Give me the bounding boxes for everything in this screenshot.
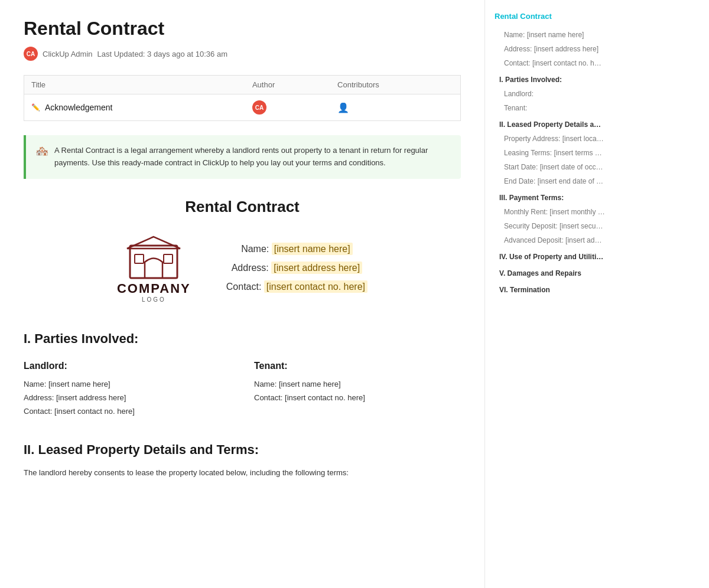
- parties-grid: Landlord: Name: [insert name here] Addre…: [24, 361, 461, 419]
- tenant-name: Name: [insert name here]: [254, 377, 461, 391]
- contact-label: Contact:: [226, 282, 262, 292]
- tenant-title: Tenant:: [254, 361, 461, 371]
- sidebar-section-parties[interactable]: I. Parties Involved:: [495, 73, 605, 87]
- edit-icon: ✏️: [31, 103, 40, 112]
- callout-emoji: 🏘️: [35, 145, 48, 158]
- table-row[interactable]: ✏️ Acknowledgement CA 👤: [24, 94, 461, 121]
- meta-bar: CA ClickUp Admin Last Updated: 3 days ag…: [24, 47, 461, 61]
- contract-header: Rental Contract: [24, 198, 461, 303]
- author-avatar: CA: [252, 100, 266, 115]
- col-title: Title: [24, 76, 245, 94]
- sidebar-item-advanced-deposit[interactable]: Advanced Deposit: [insert advanced ...: [495, 233, 605, 247]
- sidebar-section-damages[interactable]: V. Damages and Repairs: [495, 266, 605, 280]
- sidebar-item-contact[interactable]: Contact: [insert contact no. here]: [495, 56, 605, 70]
- avatar: CA: [24, 47, 38, 61]
- sidebar-section-payment[interactable]: III. Payment Terms:: [495, 191, 605, 205]
- tenant-block: Tenant: Name: [insert name here] Contact…: [254, 361, 461, 419]
- contact-line: Contact: [insert contact no. here]: [226, 282, 367, 292]
- sidebar-item-leasing-terms[interactable]: Leasing Terms: [insert terms of lease ..…: [495, 146, 605, 160]
- sidebar-item-name[interactable]: Name: [insert name here]: [495, 28, 605, 42]
- section-ii-description: The landlord hereby consents to lease th…: [24, 467, 461, 479]
- sidebar-item-end-date[interactable]: End Date: [insert end date of contract..…: [495, 174, 605, 188]
- landlord-name: Name: [insert name here]: [24, 377, 230, 391]
- landlord-address: Address: [insert address here]: [24, 391, 230, 404]
- contract-title: Rental Contract: [24, 198, 461, 216]
- sidebar-title[interactable]: Rental Contract: [495, 12, 605, 21]
- sidebar-item-address[interactable]: Address: [insert address here]: [495, 42, 605, 56]
- main-content: Rental Contract CA ClickUp Admin Last Up…: [0, 0, 484, 588]
- name-label: Name:: [241, 244, 269, 254]
- last-updated: Last Updated: 3 days ago at 10:36 am: [97, 50, 227, 58]
- name-value: [insert name here]: [272, 243, 353, 255]
- company-details: Name: [insert name here] Address: [inser…: [226, 244, 367, 292]
- company-logo-area: COMPANY LOGO: [117, 234, 191, 303]
- company-name: COMPANY LOGO: [117, 281, 191, 303]
- sidebar-item-start-date[interactable]: Start Date: [insert date of occupancy ..…: [495, 160, 605, 174]
- landlord-title: Landlord:: [24, 361, 230, 371]
- callout-text: A Rental Contract is a legal arrangement…: [54, 145, 451, 169]
- doc-title: Acknowledgement: [45, 103, 112, 112]
- company-name-text: COMPANY: [117, 281, 191, 296]
- company-sub-text: LOGO: [117, 296, 191, 303]
- col-author: Author: [245, 76, 330, 94]
- contributor-icon: 👤: [337, 103, 349, 113]
- svg-rect-2: [135, 254, 144, 263]
- sidebar-item-monthly-rent[interactable]: Monthly Rent: [insert monthly lease h...: [495, 205, 605, 219]
- landlord-block: Landlord: Name: [insert name here] Addre…: [24, 361, 230, 419]
- name-line: Name: [insert name here]: [226, 244, 367, 254]
- address-value: [insert address here]: [271, 262, 362, 274]
- address-line: Address: [insert address here]: [226, 263, 367, 273]
- sidebar-item-property-address[interactable]: Property Address: [insert location here]: [495, 132, 605, 146]
- sidebar-section-termination[interactable]: VI. Termination: [495, 283, 605, 297]
- tenant-contact: Contact: [insert contact no. here]: [254, 391, 461, 404]
- section-ii-heading: II. Leased Property Details and Terms:: [24, 442, 461, 458]
- sidebar-item-security-deposit[interactable]: Security Deposit: [insert security dep..…: [495, 219, 605, 233]
- svg-marker-1: [127, 237, 180, 249]
- page-title: Rental Contract: [24, 18, 461, 40]
- landlord-contact: Contact: [insert contact no. here]: [24, 404, 230, 418]
- company-logo-svg: [118, 234, 189, 281]
- author-name: ClickUp Admin: [43, 50, 93, 58]
- address-label: Address:: [232, 263, 269, 273]
- sidebar: Rental Contract Name: [insert name here]…: [484, 0, 614, 588]
- sidebar-section-leased[interactable]: II. Leased Property Details and Terms:: [495, 117, 605, 132]
- callout-box: 🏘️ A Rental Contract is a legal arrangem…: [24, 135, 461, 179]
- sidebar-item-tenant[interactable]: Tenant:: [495, 101, 605, 115]
- svg-rect-3: [164, 254, 173, 263]
- col-contributors: Contributors: [330, 76, 460, 94]
- section-i-heading: I. Parties Involved:: [24, 331, 461, 347]
- svg-rect-0: [130, 246, 177, 278]
- contact-value: [insert contact no. here]: [264, 280, 367, 293]
- documents-table: Title Author Contributors ✏️ Acknowledge…: [24, 75, 461, 121]
- company-info-row: COMPANY LOGO Name: [insert name here] Ad…: [24, 234, 461, 303]
- sidebar-item-landlord[interactable]: Landlord:: [495, 87, 605, 101]
- sidebar-section-utilities[interactable]: IV. Use of Property and Utilities:: [495, 250, 605, 264]
